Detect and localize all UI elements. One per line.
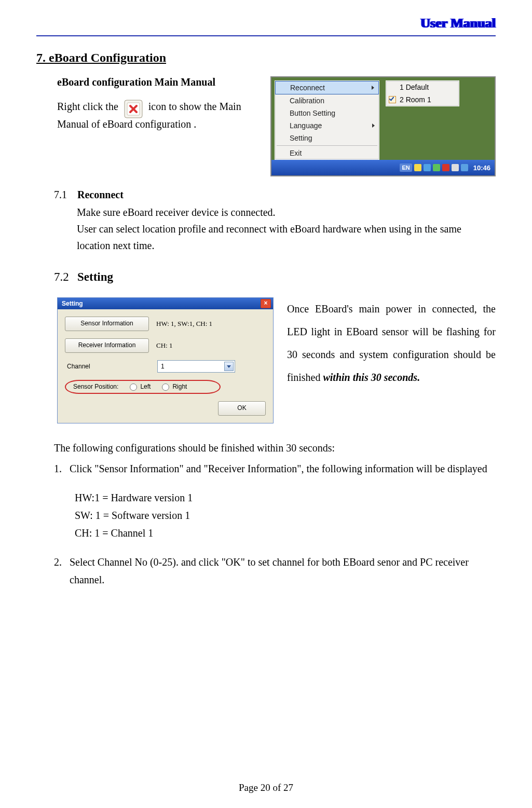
menu-row: Reconnect Calibration Button Setting Lan…: [271, 77, 495, 160]
sensor-info-value: HW: 1, SW:1, CH: 1: [156, 320, 212, 328]
channel-label: Channel: [65, 363, 150, 370]
para-text: Once EBoard's main power in connected, t…: [287, 303, 496, 383]
list-item: 1. Click "Sensor Information" and "Recei…: [54, 460, 496, 477]
following-block: The following configurations should be f…: [54, 439, 496, 588]
running-header: User Manual: [36, 16, 496, 31]
page-footer: Page 20 of 27: [0, 782, 532, 793]
radio-label: Right: [172, 383, 187, 390]
setting-row: Setting × Sensor Information HW: 1, SW:1…: [57, 297, 496, 423]
tray-app-icon: [124, 100, 143, 118]
dialog-title: Setting: [62, 300, 83, 307]
header-rule: [36, 35, 496, 36]
tray-alert-icon[interactable]: [414, 164, 421, 171]
submenu-item-room1[interactable]: 2 Room 1: [386, 93, 459, 106]
intro-heading: eBoard configuration Main Manual: [57, 76, 260, 88]
menu-item-language[interactable]: Language: [275, 119, 379, 132]
ok-button[interactable]: OK: [218, 401, 266, 416]
definitions: HW:1 = Hardware version 1 SW: 1 = Softwa…: [75, 489, 496, 542]
subsection-7-2: 7.2 Setting: [54, 270, 496, 284]
list-number: 1.: [54, 460, 70, 477]
chevron-right-icon: [372, 124, 375, 128]
row-sensor-position: Sensor Position: Left Right: [65, 380, 266, 394]
submenu-item-label: 1 Default: [400, 83, 429, 91]
tray-wifi-icon[interactable]: [461, 164, 468, 171]
tray-network-icon[interactable]: [433, 164, 440, 171]
language-indicator[interactable]: EN: [400, 163, 412, 172]
dialog-body: Sensor Information HW: 1, SW:1, CH: 1 Re…: [58, 309, 273, 423]
taskbar-clock: 10:46: [473, 164, 490, 172]
intro-row: eBoard configuration Main Manual Right c…: [36, 76, 496, 176]
row-channel: Channel 1: [65, 360, 266, 373]
menu-item-label: Language: [290, 121, 322, 130]
intro-text: Right click the icon to show the Main Ma…: [57, 98, 260, 133]
channel-select[interactable]: 1: [157, 360, 235, 373]
section-title: 7. eBoard Configuration: [36, 51, 496, 65]
context-menu[interactable]: Reconnect Calibration Button Setting Lan…: [275, 80, 379, 160]
context-menu-figure: Reconnect Calibration Button Setting Lan…: [270, 76, 496, 176]
receiver-info-button[interactable]: Receiver Information: [65, 338, 149, 353]
channel-value: 1: [161, 363, 165, 370]
menu-item-exit[interactable]: Exit: [275, 147, 379, 159]
menu-backdrop: 1 Default 2 Room 1: [383, 80, 492, 160]
row-receiver-info: Receiver Information CH: 1: [65, 338, 266, 353]
list-text: Click "Sensor Information" and "Receiver…: [70, 460, 496, 477]
following-lead: The following configurations should be f…: [54, 439, 496, 457]
menu-item-button-setting[interactable]: Button Setting: [275, 107, 379, 119]
definition-line: SW: 1 = Software version 1: [75, 506, 496, 524]
sensor-position-label: Sensor Position:: [73, 383, 118, 390]
radio-icon: [162, 384, 169, 391]
menu-separator: [277, 145, 377, 146]
setting-paragraph: Once EBoard's main power in connected, t…: [287, 297, 496, 389]
subsection-number: 7.2: [54, 270, 75, 284]
page: User Manual 7. eBoard Configuration eBoa…: [0, 0, 532, 808]
menu-item-setting[interactable]: Setting: [275, 132, 379, 144]
definition-line: CH: 1 = Channel 1: [75, 524, 496, 542]
chevron-down-icon[interactable]: [224, 362, 234, 371]
definition-line: HW:1 = Hardware version 1: [75, 489, 496, 506]
menu-item-reconnect[interactable]: Reconnect: [275, 81, 379, 94]
body-line: User can select location profile and rec…: [77, 221, 496, 254]
sensor-info-button[interactable]: Sensor Information: [65, 317, 149, 331]
chevron-right-icon: [372, 86, 374, 90]
menu-item-calibration[interactable]: Calibration: [275, 94, 379, 107]
submenu-item-label: 2 Room 1: [400, 95, 431, 104]
radio-left[interactable]: Left: [130, 383, 151, 391]
radio-icon: [130, 384, 137, 391]
menu-item-label: Reconnect: [290, 84, 325, 92]
intro-column: eBoard configuration Main Manual Right c…: [36, 76, 260, 133]
menu-item-label: Setting: [290, 134, 312, 142]
dialog-titlebar: Setting ×: [58, 298, 273, 309]
receiver-info-value: CH: 1: [156, 341, 172, 350]
subsection-body: Make sure eBoard receiver device is conn…: [77, 204, 496, 254]
sensor-position-highlight: Sensor Position: Left Right: [65, 380, 221, 394]
menu-item-label: Calibration: [290, 97, 324, 105]
tray-antivirus-icon[interactable]: [442, 164, 449, 171]
row-ok: OK: [65, 401, 266, 416]
tray-volume-icon[interactable]: [452, 164, 459, 171]
list-text: Select Channel No (0-25). and click "OK"…: [70, 553, 496, 588]
reconnect-submenu[interactable]: 1 Default 2 Room 1: [386, 80, 459, 106]
list-item: 2. Select Channel No (0-25). and click "…: [54, 553, 496, 588]
subsection-title: Reconnect: [77, 189, 124, 200]
tray-bluetooth-icon[interactable]: [424, 164, 431, 171]
subsection-number: 7.1: [54, 189, 75, 201]
setting-dialog-figure: Setting × Sensor Information HW: 1, SW:1…: [57, 297, 274, 423]
list-number: 2.: [54, 553, 70, 588]
subsection-7-1: 7.1 Reconnect Make sure eBoard receiver …: [54, 189, 496, 254]
radio-right[interactable]: Right: [162, 383, 187, 391]
submenu-item-default[interactable]: 1 Default: [386, 81, 459, 93]
body-line: Make sure eBoard receiver device is conn…: [77, 204, 496, 221]
subsection-title: Setting: [77, 270, 113, 283]
menu-item-label: Exit: [290, 149, 302, 157]
radio-label: Left: [140, 383, 151, 390]
para-emphasis: within this 30 seconds.: [323, 372, 420, 383]
menu-item-label: Button Setting: [290, 109, 335, 117]
check-icon: [389, 96, 396, 103]
intro-text-a: Right click the: [57, 101, 121, 112]
row-sensor-info: Sensor Information HW: 1, SW:1, CH: 1: [65, 317, 266, 331]
close-icon[interactable]: ×: [261, 299, 271, 308]
taskbar: EN 10:46: [271, 160, 495, 175]
